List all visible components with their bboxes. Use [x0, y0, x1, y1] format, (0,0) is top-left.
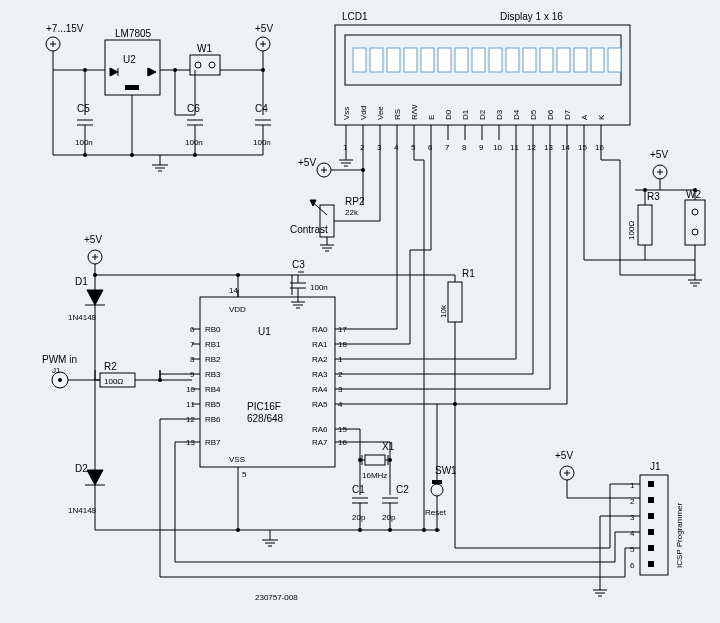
circuit-schematic: +7...15V LM7805 U2 W1 +5V C5 100n C6 100…: [0, 0, 720, 623]
label-sw1: SW1: [435, 465, 457, 476]
svg-rect-53: [370, 48, 383, 72]
label-reset: Reset: [425, 508, 447, 517]
label-rp2: RP2: [345, 196, 365, 207]
svg-text:11: 11: [510, 143, 519, 152]
label-x1v: 16MHz: [362, 471, 387, 480]
svg-rect-54: [387, 48, 400, 72]
svg-text:E: E: [427, 115, 436, 120]
svg-text:RA1: RA1: [312, 340, 328, 349]
svg-rect-59: [472, 48, 485, 72]
svg-rect-279: [432, 480, 442, 484]
svg-text:Vee: Vee: [376, 106, 385, 120]
svg-text:VSS: VSS: [229, 455, 245, 464]
svg-text:D5: D5: [529, 109, 538, 120]
svg-point-145: [693, 188, 697, 192]
label-rp2v: 22k: [345, 208, 359, 217]
svg-point-272: [388, 458, 392, 462]
svg-text:D6: D6: [546, 109, 555, 120]
label-c5: C5: [77, 103, 90, 114]
label-c4v: 100n: [253, 138, 271, 147]
svg-rect-52: [353, 48, 366, 72]
svg-rect-66: [591, 48, 604, 72]
label-c4: C4: [255, 103, 268, 114]
svg-rect-63: [540, 48, 553, 72]
label-5v-lcd: +5V: [298, 157, 316, 168]
label-c2: C2: [396, 484, 409, 495]
svg-rect-312: [648, 545, 654, 551]
label-5v-top: +5V: [255, 23, 273, 34]
label-d2pn: 1N4148: [68, 506, 97, 515]
label-pic2: 628/648: [247, 413, 284, 424]
label-display: Display 1 x 16: [500, 11, 563, 22]
label-r2: R2: [104, 361, 117, 372]
svg-text:9: 9: [479, 143, 484, 152]
svg-text:D0: D0: [444, 109, 453, 120]
svg-text:RA0: RA0: [312, 325, 328, 334]
label-contrast: Contrast: [290, 224, 328, 235]
svg-point-20: [83, 68, 87, 72]
svg-text:13: 13: [544, 143, 553, 152]
svg-rect-8: [125, 85, 139, 90]
svg-text:RS: RS: [393, 109, 402, 120]
svg-text:RA5: RA5: [312, 400, 328, 409]
svg-text:6: 6: [630, 561, 635, 570]
svg-point-288: [388, 528, 392, 532]
svg-text:4: 4: [630, 529, 635, 538]
label-icsp: ICSP Programmer: [675, 502, 684, 568]
svg-rect-298: [648, 481, 654, 487]
label-r1v: 10k: [439, 304, 448, 318]
svg-point-44: [83, 153, 87, 157]
svg-text:RB4: RB4: [205, 385, 221, 394]
svg-rect-62: [523, 48, 536, 72]
svg-rect-67: [608, 48, 621, 72]
svg-text:10: 10: [493, 143, 502, 152]
svg-text:D1: D1: [461, 109, 470, 120]
svg-text:RB0: RB0: [205, 325, 221, 334]
svg-rect-60: [489, 48, 502, 72]
label-r3v: 100Ω: [627, 221, 636, 240]
svg-rect-307: [648, 529, 654, 535]
svg-text:15: 15: [578, 143, 587, 152]
svg-rect-64: [557, 48, 570, 72]
svg-text:RA7: RA7: [312, 438, 328, 447]
label-pic1: PIC16F: [247, 401, 281, 412]
label-5v-icsp: +5V: [555, 450, 573, 461]
label-j1b: J1: [650, 461, 661, 472]
svg-text:5: 5: [630, 545, 635, 554]
svg-rect-61: [506, 48, 519, 72]
label-c1: C1: [352, 484, 365, 495]
svg-text:RB1: RB1: [205, 340, 221, 349]
label-lcd1: LCD1: [342, 11, 368, 22]
svg-text:3: 3: [630, 513, 635, 522]
label-lm7805: LM7805: [115, 28, 152, 39]
svg-text:VDD: VDD: [229, 305, 246, 314]
label-c5v: 100n: [75, 138, 93, 147]
svg-text:8: 8: [462, 143, 467, 152]
svg-point-289: [422, 528, 426, 532]
label-r2v: 100Ω: [104, 377, 123, 386]
svg-rect-56: [421, 48, 434, 72]
svg-text:RB5: RB5: [205, 400, 221, 409]
svg-point-290: [435, 528, 439, 532]
label-pwmin: PWM in: [42, 354, 77, 365]
label-c3v: 100n: [310, 283, 328, 292]
svg-text:D7: D7: [563, 109, 572, 120]
svg-text:D3: D3: [495, 109, 504, 120]
label-u1: U1: [258, 326, 271, 337]
svg-rect-57: [438, 48, 451, 72]
label-c6: C6: [187, 103, 200, 114]
svg-text:16: 16: [595, 143, 604, 152]
svg-text:5: 5: [242, 470, 247, 479]
svg-text:RA3: RA3: [312, 370, 328, 379]
drawing-number: 230757-008: [255, 593, 298, 602]
svg-text:14: 14: [561, 143, 570, 152]
label-c2v: 20p: [382, 513, 396, 522]
svg-text:RB3: RB3: [205, 370, 221, 379]
label-5v-right: +5V: [650, 149, 668, 160]
svg-text:1: 1: [630, 481, 635, 490]
svg-point-287: [358, 528, 362, 532]
svg-rect-55: [404, 48, 417, 72]
svg-point-46: [193, 153, 197, 157]
svg-text:14: 14: [229, 286, 238, 295]
svg-text:RB7: RB7: [205, 438, 221, 447]
